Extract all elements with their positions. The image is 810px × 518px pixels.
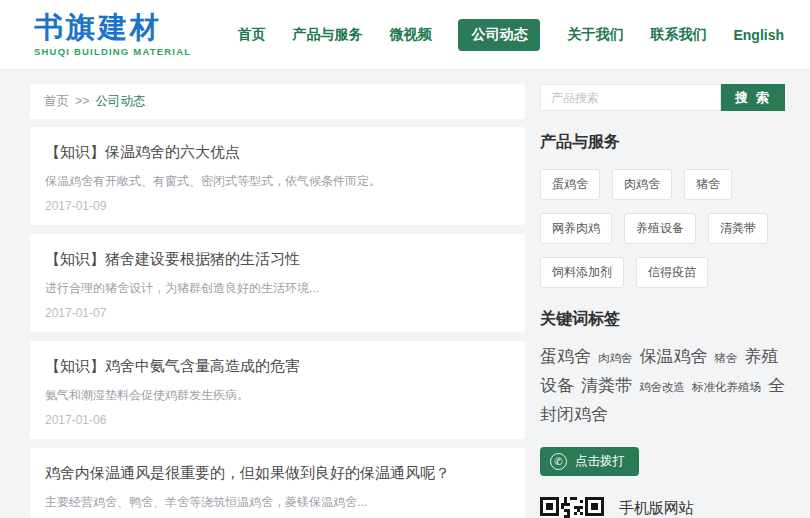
nav-item-contact[interactable]: 联系我们 xyxy=(650,26,706,44)
news-list: 首页>>公司动态 【知识】保温鸡舍的六大优点 保温鸡舍有开敞式、有窗式、密闭式等… xyxy=(30,84,525,518)
logo[interactable]: 书旗建材 SHUQI BUILDING MATERIAL xyxy=(34,12,191,56)
keyword-tag[interactable]: 清粪带 xyxy=(581,376,632,395)
call-button-label: 点击拨打 xyxy=(575,453,625,470)
product-tag[interactable]: 网养肉鸡 xyxy=(540,213,612,244)
keyword-tag[interactable]: 猪舍 xyxy=(715,352,738,364)
qr-code-image xyxy=(540,497,604,518)
article-date: 2017-01-07 xyxy=(45,306,510,320)
nav-item-products[interactable]: 产品与服务 xyxy=(292,26,362,44)
breadcrumb: 首页>>公司动态 xyxy=(30,84,525,119)
breadcrumb-separator: >> xyxy=(75,94,90,108)
nav-item-home[interactable]: 首页 xyxy=(237,26,265,44)
qr-info: 手机版网站 扫描二维码，即可打开书旗建材手机版网站，随时随地浏览、收藏、分享最新… xyxy=(619,497,785,518)
article-card[interactable]: 鸡舍内保温通风是很重要的，但如果做到良好的保温通风呢？ 主要经营鸡舍、鸭舍、羊舍… xyxy=(30,448,525,518)
article-title[interactable]: 【知识】保温鸡舍的六大优点 xyxy=(45,143,510,162)
product-tag-list: 蛋鸡舍 肉鸡舍 猪舍 网养肉鸡 养殖设备 清粪带 饲料添加剂 信得疫苗 xyxy=(540,169,785,288)
article-title[interactable]: 鸡舍内保温通风是很重要的，但如果做到良好的保温通风呢？ xyxy=(45,464,510,483)
article-title[interactable]: 【知识】鸡舍中氨气含量高造成的危害 xyxy=(45,357,510,376)
article-date: 2017-01-09 xyxy=(45,199,510,213)
product-tag[interactable]: 饲料添加剂 xyxy=(540,257,624,288)
article-excerpt: 主要经营鸡舍、鸭舍、羊舍等浇筑恒温鸡舍，菱镁保温鸡舍... xyxy=(45,494,510,511)
products-heading: 产品与服务 xyxy=(540,132,785,153)
mobile-site-qr-block: 手机版网站 扫描二维码，即可打开书旗建材手机版网站，随时随地浏览、收藏、分享最新… xyxy=(540,497,785,518)
article-title[interactable]: 【知识】猪舍建设要根据猪的生活习性 xyxy=(45,250,510,269)
article-excerpt: 进行合理的猪舍设计，为猪群创造良好的生活环境... xyxy=(45,280,510,297)
main-nav: 首页 产品与服务 微视频 公司动态 关于我们 联系我们 English xyxy=(237,19,784,51)
keyword-tag[interactable]: 肉鸡舍 xyxy=(598,352,633,364)
site-header: 书旗建材 SHUQI BUILDING MATERIAL 首页 产品与服务 微视… xyxy=(0,0,810,70)
nav-item-videos[interactable]: 微视频 xyxy=(389,26,431,44)
page-body: 首页>>公司动态 【知识】保温鸡舍的六大优点 保温鸡舍有开敞式、有窗式、密闭式等… xyxy=(0,70,810,518)
search-button[interactable]: 搜 索 xyxy=(721,84,785,111)
keyword-tag[interactable]: 标准化养殖场 xyxy=(692,381,761,393)
qr-block-title: 手机版网站 xyxy=(619,499,785,518)
keyword-cloud: 蛋鸡舍肉鸡舍保温鸡舍猪舍养殖设备清粪带鸡舍改造标准化养殖场全封闭鸡舍 xyxy=(540,343,785,430)
product-tag[interactable]: 蛋鸡舍 xyxy=(540,169,600,200)
article-card[interactable]: 【知识】鸡舍中氨气含量高造成的危害 氨气和潮湿垫料会促使鸡群发生疾病。 2017… xyxy=(30,341,525,439)
nav-item-english[interactable]: English xyxy=(733,27,784,43)
keyword-tag[interactable]: 蛋鸡舍 xyxy=(540,347,591,366)
nav-item-news[interactable]: 公司动态 xyxy=(458,19,540,51)
qr-finder-icon xyxy=(585,497,604,516)
breadcrumb-home-link[interactable]: 首页 xyxy=(44,94,69,108)
search-input[interactable] xyxy=(540,84,721,111)
product-tag[interactable]: 养殖设备 xyxy=(624,213,696,244)
keywords-heading: 关键词标签 xyxy=(540,309,785,330)
product-tag[interactable]: 信得疫苗 xyxy=(636,257,708,288)
product-tag[interactable]: 肉鸡舍 xyxy=(612,169,672,200)
breadcrumb-current: 公司动态 xyxy=(96,94,146,108)
qr-finder-icon xyxy=(540,497,559,516)
logo-cn-text: 书旗建材 xyxy=(34,12,191,42)
sidebar: 搜 索 产品与服务 蛋鸡舍 肉鸡舍 猪舍 网养肉鸡 养殖设备 清粪带 饲料添加剂… xyxy=(540,84,785,518)
click-to-call-button[interactable]: ✆ 点击拨打 xyxy=(540,447,639,476)
keyword-tag[interactable]: 鸡舍改造 xyxy=(639,381,685,393)
product-tag[interactable]: 猪舍 xyxy=(684,169,732,200)
article-excerpt: 保温鸡舍有开敞式、有窗式、密闭式等型式，依气候条件而定。 xyxy=(45,173,510,190)
article-excerpt: 氨气和潮湿垫料会促使鸡群发生疾病。 xyxy=(45,387,510,404)
logo-en-text: SHUQI BUILDING MATERIAL xyxy=(34,46,191,57)
product-tag[interactable]: 清粪带 xyxy=(708,213,768,244)
phone-icon: ✆ xyxy=(550,453,567,470)
article-date: 2017-01-06 xyxy=(45,413,510,427)
keyword-tag[interactable]: 保温鸡舍 xyxy=(640,347,708,366)
article-card[interactable]: 【知识】保温鸡舍的六大优点 保温鸡舍有开敞式、有窗式、密闭式等型式，依气候条件而… xyxy=(30,127,525,225)
article-card[interactable]: 【知识】猪舍建设要根据猪的生活习性 进行合理的猪舍设计，为猪群创造良好的生活环境… xyxy=(30,234,525,332)
nav-item-about[interactable]: 关于我们 xyxy=(567,26,623,44)
product-search: 搜 索 xyxy=(540,84,785,111)
